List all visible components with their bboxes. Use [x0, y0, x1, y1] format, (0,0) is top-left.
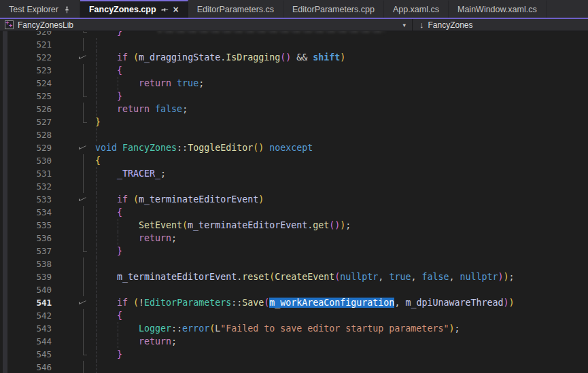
code-text[interactable]: { — [95, 64, 588, 77]
code-text[interactable]: if (m_terminateEditorEvent) — [95, 193, 588, 206]
code-text[interactable]: } — [95, 116, 588, 128]
code-text[interactable] — [95, 283, 588, 296]
code-text[interactable]: return; — [95, 232, 588, 245]
code-text[interactable]: { — [95, 154, 588, 167]
line-number[interactable]: 534 — [0, 206, 52, 219]
line-number[interactable]: 538 — [0, 257, 52, 270]
fold-chevron-icon[interactable] — [52, 296, 95, 309]
code-text[interactable]: return false; — [95, 103, 588, 116]
selected-text[interactable]: m_workAreaConfiguration — [269, 298, 394, 308]
code-text[interactable]: Logger::error(L"Failed to save editor st… — [95, 322, 588, 335]
line-number[interactable]: 523 — [0, 64, 52, 77]
line-number[interactable]: 531 — [0, 167, 52, 180]
code-text[interactable]: SetEvent(m_terminateEditorEvent.get()); — [95, 219, 588, 232]
code-text[interactable]: if (m_draggingState.IsDragging() && shif… — [95, 51, 588, 64]
line-number[interactable]: 526 — [0, 103, 52, 116]
code-text[interactable] — [95, 257, 588, 270]
line-number[interactable]: 536 — [0, 232, 52, 245]
code-line-533[interactable]: 533 if (m_terminateEditorEvent) — [0, 193, 588, 206]
line-number[interactable]: 521 — [0, 38, 52, 51]
code-line-531[interactable]: 531 _TRACER_; — [0, 167, 588, 180]
code-line-523[interactable]: 523 { — [0, 64, 588, 77]
code-line-539[interactable]: 539 m_terminateEditorEvent.reset(CreateE… — [0, 270, 588, 283]
line-number[interactable]: 546 — [0, 361, 52, 373]
code-text[interactable] — [95, 180, 588, 193]
code-text[interactable]: { — [95, 206, 588, 219]
tab-mainwindow-xaml-cs[interactable]: MainWindow.xaml.cs — [449, 0, 547, 18]
code-line-527[interactable]: 527} — [0, 116, 588, 128]
code-line-541[interactable]: 541 if (!EditorParameters::Save(m_workAr… — [0, 296, 588, 309]
line-number[interactable]: 532 — [0, 180, 52, 193]
code-text[interactable]: return; — [95, 335, 588, 348]
line-number[interactable]: 522 — [0, 51, 52, 64]
code-line-534[interactable]: 534 { — [0, 206, 588, 219]
code-line-521[interactable]: 521 — [0, 38, 588, 51]
code-line-542[interactable]: 542 { — [0, 309, 588, 322]
line-number[interactable]: 528 — [0, 128, 52, 141]
code-line-529[interactable]: 529void FancyZones::ToggleEditor() noexc… — [0, 141, 588, 154]
code-line-538[interactable]: 538 — [0, 257, 588, 270]
fold-gutter — [52, 77, 95, 90]
code-line-525[interactable]: 525 } — [0, 90, 588, 103]
code-text[interactable]: } — [95, 90, 588, 103]
code-text[interactable]: } — [95, 245, 588, 257]
code-line-537[interactable]: 537 } — [0, 245, 588, 257]
pin-icon[interactable] — [63, 6, 71, 14]
code-text[interactable] — [95, 38, 588, 51]
tab-editorparameters-cs[interactable]: EditorParameters.cs — [188, 0, 283, 18]
code-text[interactable]: } — [95, 31, 588, 38]
code-line-528[interactable]: 528 — [0, 128, 588, 141]
code-line-524[interactable]: 524 return true; — [0, 77, 588, 90]
code-text[interactable] — [95, 128, 588, 141]
line-number[interactable]: 541 — [0, 296, 52, 309]
line-number[interactable]: 540 — [0, 283, 52, 296]
pin-rotated-icon[interactable] — [161, 6, 169, 14]
chevron-down-icon[interactable]: ▾ — [402, 22, 406, 29]
tab-test-explorer[interactable]: Test Explorer — [0, 0, 80, 18]
code-text[interactable]: void FancyZones::ToggleEditor() noexcept — [95, 141, 588, 154]
fold-chevron-icon[interactable] — [52, 51, 95, 64]
code-line-545[interactable]: 545 } — [0, 348, 588, 361]
code-line-530[interactable]: 530{ — [0, 154, 588, 167]
scope-dropdown[interactable]: ↓ FancyZones — [413, 19, 588, 31]
project-dropdown[interactable]: ++ FancyZonesLib ▾ — [0, 19, 412, 31]
tab-fancyzones-cpp[interactable]: FancyZones.cpp× — [80, 0, 188, 18]
fold-chevron-icon[interactable] — [52, 193, 95, 206]
close-icon[interactable]: × — [173, 5, 179, 14]
line-number[interactable]: 533 — [0, 193, 52, 206]
code-text[interactable]: if (!EditorParameters::Save(m_workAreaCo… — [95, 296, 588, 309]
code-text[interactable]: return true; — [95, 77, 588, 90]
code-text[interactable]: m_terminateEditorEvent.reset(CreateEvent… — [95, 270, 588, 283]
code-editor[interactable]: 520 }521522 if (m_draggingState.IsDraggi… — [0, 31, 588, 373]
code-line-535[interactable]: 535 SetEvent(m_terminateEditorEvent.get(… — [0, 219, 588, 232]
code-line-526[interactable]: 526 return false; — [0, 103, 588, 116]
line-number[interactable]: 527 — [0, 116, 52, 128]
code-line-546[interactable]: 546 — [0, 361, 588, 373]
line-number[interactable]: 520 — [0, 31, 52, 38]
code-text[interactable]: } — [95, 348, 588, 361]
line-number[interactable]: 529 — [0, 141, 52, 154]
line-number[interactable]: 543 — [0, 322, 52, 335]
fold-chevron-icon[interactable] — [52, 141, 95, 154]
line-number[interactable]: 539 — [0, 270, 52, 283]
line-number[interactable]: 542 — [0, 309, 52, 322]
code-line-540[interactable]: 540 — [0, 283, 588, 296]
code-text[interactable]: _TRACER_; — [95, 167, 588, 180]
line-number[interactable]: 530 — [0, 154, 52, 167]
tab-editorparameters-cpp[interactable]: EditorParameters.cpp — [283, 0, 384, 18]
line-number[interactable]: 524 — [0, 77, 52, 90]
code-line-536[interactable]: 536 return; — [0, 232, 588, 245]
line-number[interactable]: 544 — [0, 335, 52, 348]
code-line-520[interactable]: 520 } — [0, 31, 588, 38]
line-number[interactable]: 545 — [0, 348, 52, 361]
line-number[interactable]: 537 — [0, 245, 52, 257]
code-line-522[interactable]: 522 if (m_draggingState.IsDragging() && … — [0, 51, 588, 64]
code-line-532[interactable]: 532 — [0, 180, 588, 193]
code-text[interactable] — [95, 361, 588, 373]
tab-app-xaml-cs[interactable]: App.xaml.cs — [384, 0, 449, 18]
line-number[interactable]: 525 — [0, 90, 52, 103]
line-number[interactable]: 535 — [0, 219, 52, 232]
code-text[interactable]: { — [95, 309, 588, 322]
code-line-544[interactable]: 544 return; — [0, 335, 588, 348]
code-line-543[interactable]: 543 Logger::error(L"Failed to save edito… — [0, 322, 588, 335]
